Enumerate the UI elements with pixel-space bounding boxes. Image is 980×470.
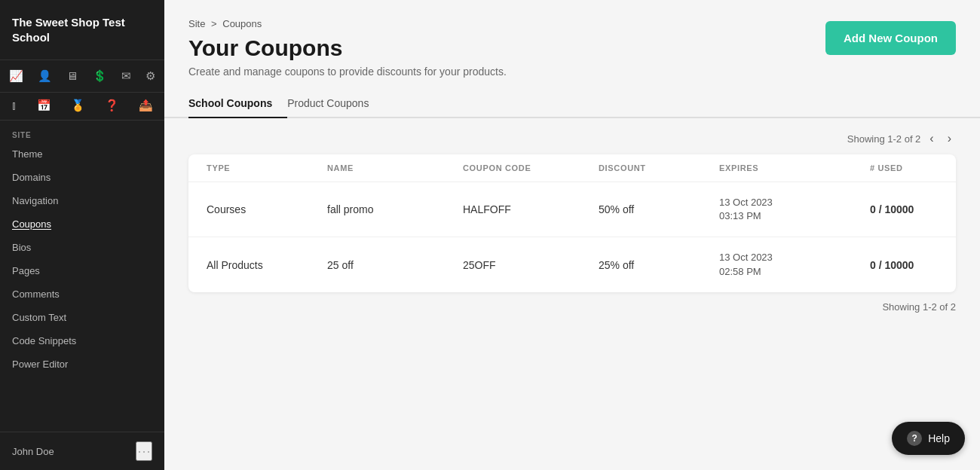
user-name: John Doe [12, 446, 54, 457]
cell-used-1: 0 / 10000 [870, 203, 956, 215]
cell-type-1: Courses [207, 203, 327, 215]
pagination-prev-button[interactable]: ‹ [925, 130, 938, 147]
page-subtitle: Create and manage coupons to provide dis… [188, 66, 507, 78]
monitor-icon[interactable]: 🖥 [63, 66, 81, 86]
col-discount: DISCOUNT [599, 163, 719, 172]
cell-used-2: 0 / 10000 [870, 259, 956, 271]
pagination-showing-bottom: Showing 1-2 of 2 [882, 301, 956, 313]
pages-icon[interactable]: ⫿ [8, 96, 20, 115]
question-icon[interactable]: ❓ [102, 96, 122, 115]
tabs-bar: School Coupons Product Coupons [164, 90, 980, 118]
header-left: Site > Coupons Your Coupons Create and m… [188, 18, 507, 78]
tab-product-coupons[interactable]: Product Coupons [287, 90, 384, 118]
table-header: TYPE NAME COUPON CODE DISCOUNT EXPIRES #… [188, 154, 956, 182]
content-area: Showing 1-2 of 2 ‹ › TYPE NAME COUPON CO… [164, 118, 980, 470]
dollar-icon[interactable]: 💲 [90, 66, 110, 86]
sidebar-item-code-snippets[interactable]: Code Snippets [0, 329, 164, 352]
cell-expires-2: 13 Oct 2023 02:58 PM [719, 251, 870, 278]
breadcrumb: Site > Coupons [188, 18, 507, 29]
pagination-top: Showing 1-2 of 2 ‹ › [188, 130, 956, 147]
col-coupon-code: COUPON CODE [463, 163, 599, 172]
school-name: The Sweet Shop Test School [0, 0, 164, 60]
cell-discount-2: 25% off [599, 259, 719, 271]
cell-name-1: fall promo [327, 203, 463, 215]
sidebar-item-comments[interactable]: Comments [0, 282, 164, 306]
cell-name-2: 25 off [327, 259, 463, 271]
cell-discount-1: 50% off [599, 203, 719, 215]
cell-type-2: All Products [207, 259, 327, 271]
analytics-icon[interactable]: 📈 [6, 66, 26, 86]
share-icon[interactable]: 📤 [136, 96, 156, 115]
breadcrumb-site: Site [188, 18, 205, 29]
expires-time-1: 03:13 PM [719, 210, 761, 221]
cell-expires-1: 13 Oct 2023 03:13 PM [719, 196, 870, 223]
sidebar-item-custom-text[interactable]: Custom Text [0, 306, 164, 329]
sidebar-item-power-editor[interactable]: Power Editor [0, 352, 164, 376]
sidebar-bottom: John Doe ⋯ [0, 432, 164, 470]
badge-icon[interactable]: 🏅 [68, 96, 88, 115]
sidebar-item-coupons[interactable]: Coupons [0, 212, 164, 236]
breadcrumb-current: Coupons [222, 18, 262, 29]
table-row: Courses fall promo HALFOFF 50% off 13 Oc… [188, 182, 956, 237]
table-row: All Products 25 off 25OFF 25% off 13 Oct… [188, 237, 956, 291]
cell-code-2: 25OFF [463, 259, 599, 271]
pagination-next-button[interactable]: › [943, 130, 956, 147]
coupons-table: TYPE NAME COUPON CODE DISCOUNT EXPIRES #… [188, 154, 956, 292]
expires-date-1: 13 Oct 2023 [719, 197, 773, 208]
settings-icon[interactable]: ⚙ [142, 66, 158, 86]
help-icon: ? [907, 431, 922, 446]
col-used: # USED [870, 163, 956, 172]
cell-code-1: HALFOFF [463, 203, 599, 215]
user-menu-button[interactable]: ⋯ [136, 441, 152, 461]
add-coupon-button[interactable]: Add New Coupon [825, 21, 956, 55]
sidebar-nav: Theme Domains Navigation Coupons Bios Pa… [0, 142, 164, 376]
sidebar-item-domains[interactable]: Domains [0, 166, 164, 189]
col-name: NAME [327, 163, 463, 172]
sidebar-item-bios[interactable]: Bios [0, 236, 164, 259]
expires-date-2: 13 Oct 2023 [719, 252, 773, 263]
sidebar-item-theme[interactable]: Theme [0, 142, 164, 166]
sidebar-item-navigation[interactable]: Navigation [0, 189, 164, 212]
help-button[interactable]: ? Help [892, 422, 965, 455]
tab-school-coupons[interactable]: School Coupons [188, 90, 287, 118]
page-title: Your Coupons [188, 35, 507, 61]
expires-time-2: 02:58 PM [719, 266, 761, 277]
calendar-icon[interactable]: 📅 [34, 96, 54, 115]
sidebar: The Sweet Shop Test School 📈 👤 🖥 💲 ✉ ⚙ ⫿… [0, 0, 164, 470]
mail-icon[interactable]: ✉ [118, 66, 134, 86]
col-type: TYPE [207, 163, 327, 172]
col-expires: EXPIRES [719, 163, 870, 172]
sidebar-item-pages[interactable]: Pages [0, 259, 164, 282]
main-content: Site > Coupons Your Coupons Create and m… [164, 0, 980, 470]
topbar: Site > Coupons Your Coupons Create and m… [164, 0, 980, 90]
breadcrumb-separator: > [211, 18, 217, 29]
site-section-label: SITE [0, 121, 164, 142]
pagination-showing-top: Showing 1-2 of 2 [847, 133, 921, 145]
users-icon[interactable]: 👤 [35, 66, 55, 86]
help-label: Help [928, 432, 950, 444]
pagination-bottom: Showing 1-2 of 2 [188, 301, 956, 313]
